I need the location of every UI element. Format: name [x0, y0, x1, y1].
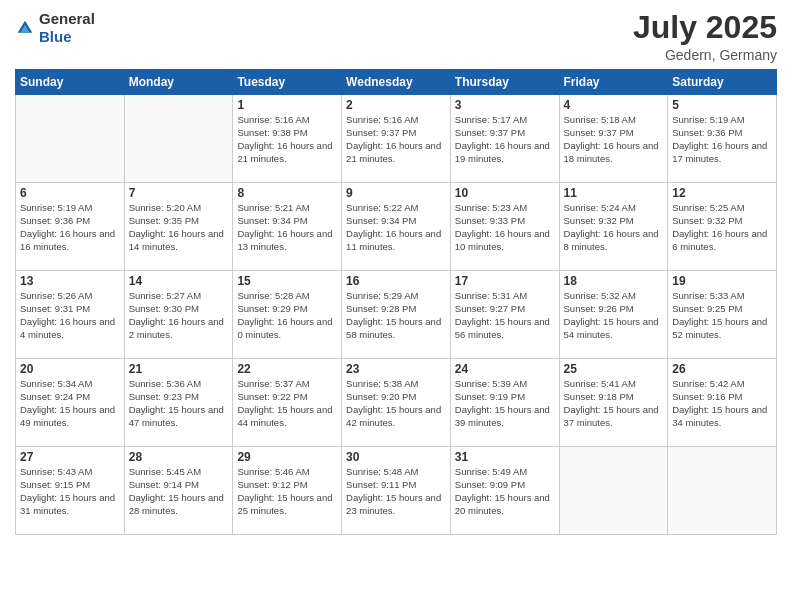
logo-text: General Blue	[39, 10, 95, 46]
day-number: 15	[237, 274, 337, 288]
day-number: 24	[455, 362, 555, 376]
logo-inner: General Blue	[15, 10, 95, 46]
day-number: 28	[129, 450, 229, 464]
table-row	[668, 447, 777, 535]
table-row: 21Sunrise: 5:36 AM Sunset: 9:23 PM Dayli…	[124, 359, 233, 447]
table-row: 14Sunrise: 5:27 AM Sunset: 9:30 PM Dayli…	[124, 271, 233, 359]
table-row	[559, 447, 668, 535]
table-row: 26Sunrise: 5:42 AM Sunset: 9:16 PM Dayli…	[668, 359, 777, 447]
day-detail: Sunrise: 5:42 AM Sunset: 9:16 PM Dayligh…	[672, 378, 772, 429]
day-detail: Sunrise: 5:27 AM Sunset: 9:30 PM Dayligh…	[129, 290, 229, 341]
table-row: 23Sunrise: 5:38 AM Sunset: 9:20 PM Dayli…	[342, 359, 451, 447]
day-number: 30	[346, 450, 446, 464]
table-row: 20Sunrise: 5:34 AM Sunset: 9:24 PM Dayli…	[16, 359, 125, 447]
table-row: 29Sunrise: 5:46 AM Sunset: 9:12 PM Dayli…	[233, 447, 342, 535]
table-row: 4Sunrise: 5:18 AM Sunset: 9:37 PM Daylig…	[559, 95, 668, 183]
day-number: 2	[346, 98, 446, 112]
day-detail: Sunrise: 5:24 AM Sunset: 9:32 PM Dayligh…	[564, 202, 664, 253]
header-sunday: Sunday	[16, 70, 125, 95]
day-number: 18	[564, 274, 664, 288]
day-detail: Sunrise: 5:36 AM Sunset: 9:23 PM Dayligh…	[129, 378, 229, 429]
day-number: 3	[455, 98, 555, 112]
day-number: 8	[237, 186, 337, 200]
day-detail: Sunrise: 5:22 AM Sunset: 9:34 PM Dayligh…	[346, 202, 446, 253]
calendar-table: Sunday Monday Tuesday Wednesday Thursday…	[15, 69, 777, 535]
day-detail: Sunrise: 5:38 AM Sunset: 9:20 PM Dayligh…	[346, 378, 446, 429]
day-detail: Sunrise: 5:34 AM Sunset: 9:24 PM Dayligh…	[20, 378, 120, 429]
day-detail: Sunrise: 5:37 AM Sunset: 9:22 PM Dayligh…	[237, 378, 337, 429]
table-row: 27Sunrise: 5:43 AM Sunset: 9:15 PM Dayli…	[16, 447, 125, 535]
day-detail: Sunrise: 5:16 AM Sunset: 9:37 PM Dayligh…	[346, 114, 446, 165]
day-detail: Sunrise: 5:31 AM Sunset: 9:27 PM Dayligh…	[455, 290, 555, 341]
table-row: 6Sunrise: 5:19 AM Sunset: 9:36 PM Daylig…	[16, 183, 125, 271]
day-number: 23	[346, 362, 446, 376]
table-row: 13Sunrise: 5:26 AM Sunset: 9:31 PM Dayli…	[16, 271, 125, 359]
header: General Blue July 2025 Gedern, Germany	[15, 10, 777, 63]
day-detail: Sunrise: 5:29 AM Sunset: 9:28 PM Dayligh…	[346, 290, 446, 341]
table-row	[16, 95, 125, 183]
day-number: 26	[672, 362, 772, 376]
calendar-week-row: 6Sunrise: 5:19 AM Sunset: 9:36 PM Daylig…	[16, 183, 777, 271]
location: Gedern, Germany	[633, 47, 777, 63]
header-monday: Monday	[124, 70, 233, 95]
day-number: 17	[455, 274, 555, 288]
header-wednesday: Wednesday	[342, 70, 451, 95]
calendar-week-row: 20Sunrise: 5:34 AM Sunset: 9:24 PM Dayli…	[16, 359, 777, 447]
day-detail: Sunrise: 5:19 AM Sunset: 9:36 PM Dayligh…	[672, 114, 772, 165]
day-number: 13	[20, 274, 120, 288]
day-detail: Sunrise: 5:21 AM Sunset: 9:34 PM Dayligh…	[237, 202, 337, 253]
day-detail: Sunrise: 5:43 AM Sunset: 9:15 PM Dayligh…	[20, 466, 120, 517]
logo-general: General	[39, 10, 95, 27]
table-row: 15Sunrise: 5:28 AM Sunset: 9:29 PM Dayli…	[233, 271, 342, 359]
day-number: 19	[672, 274, 772, 288]
month-title: July 2025	[633, 10, 777, 45]
header-thursday: Thursday	[450, 70, 559, 95]
day-number: 4	[564, 98, 664, 112]
calendar-week-row: 1Sunrise: 5:16 AM Sunset: 9:38 PM Daylig…	[16, 95, 777, 183]
table-row: 25Sunrise: 5:41 AM Sunset: 9:18 PM Dayli…	[559, 359, 668, 447]
table-row: 2Sunrise: 5:16 AM Sunset: 9:37 PM Daylig…	[342, 95, 451, 183]
table-row: 31Sunrise: 5:49 AM Sunset: 9:09 PM Dayli…	[450, 447, 559, 535]
header-tuesday: Tuesday	[233, 70, 342, 95]
page: General Blue July 2025 Gedern, Germany S…	[0, 0, 792, 612]
table-row: 16Sunrise: 5:29 AM Sunset: 9:28 PM Dayli…	[342, 271, 451, 359]
table-row: 8Sunrise: 5:21 AM Sunset: 9:34 PM Daylig…	[233, 183, 342, 271]
day-number: 31	[455, 450, 555, 464]
header-saturday: Saturday	[668, 70, 777, 95]
day-number: 14	[129, 274, 229, 288]
day-detail: Sunrise: 5:17 AM Sunset: 9:37 PM Dayligh…	[455, 114, 555, 165]
table-row: 22Sunrise: 5:37 AM Sunset: 9:22 PM Dayli…	[233, 359, 342, 447]
day-detail: Sunrise: 5:19 AM Sunset: 9:36 PM Dayligh…	[20, 202, 120, 253]
day-detail: Sunrise: 5:26 AM Sunset: 9:31 PM Dayligh…	[20, 290, 120, 341]
header-friday: Friday	[559, 70, 668, 95]
day-detail: Sunrise: 5:23 AM Sunset: 9:33 PM Dayligh…	[455, 202, 555, 253]
day-number: 10	[455, 186, 555, 200]
day-number: 11	[564, 186, 664, 200]
day-number: 1	[237, 98, 337, 112]
day-number: 12	[672, 186, 772, 200]
logo-blue: Blue	[39, 28, 72, 45]
day-detail: Sunrise: 5:20 AM Sunset: 9:35 PM Dayligh…	[129, 202, 229, 253]
day-number: 25	[564, 362, 664, 376]
logo-icon	[15, 18, 35, 38]
day-detail: Sunrise: 5:48 AM Sunset: 9:11 PM Dayligh…	[346, 466, 446, 517]
table-row: 5Sunrise: 5:19 AM Sunset: 9:36 PM Daylig…	[668, 95, 777, 183]
day-number: 21	[129, 362, 229, 376]
day-number: 5	[672, 98, 772, 112]
table-row: 28Sunrise: 5:45 AM Sunset: 9:14 PM Dayli…	[124, 447, 233, 535]
day-detail: Sunrise: 5:46 AM Sunset: 9:12 PM Dayligh…	[237, 466, 337, 517]
calendar-week-row: 27Sunrise: 5:43 AM Sunset: 9:15 PM Dayli…	[16, 447, 777, 535]
table-row: 7Sunrise: 5:20 AM Sunset: 9:35 PM Daylig…	[124, 183, 233, 271]
table-row: 11Sunrise: 5:24 AM Sunset: 9:32 PM Dayli…	[559, 183, 668, 271]
day-detail: Sunrise: 5:32 AM Sunset: 9:26 PM Dayligh…	[564, 290, 664, 341]
table-row: 12Sunrise: 5:25 AM Sunset: 9:32 PM Dayli…	[668, 183, 777, 271]
day-detail: Sunrise: 5:41 AM Sunset: 9:18 PM Dayligh…	[564, 378, 664, 429]
day-detail: Sunrise: 5:33 AM Sunset: 9:25 PM Dayligh…	[672, 290, 772, 341]
table-row: 30Sunrise: 5:48 AM Sunset: 9:11 PM Dayli…	[342, 447, 451, 535]
table-row	[124, 95, 233, 183]
day-number: 16	[346, 274, 446, 288]
table-row: 3Sunrise: 5:17 AM Sunset: 9:37 PM Daylig…	[450, 95, 559, 183]
weekday-header-row: Sunday Monday Tuesday Wednesday Thursday…	[16, 70, 777, 95]
table-row: 18Sunrise: 5:32 AM Sunset: 9:26 PM Dayli…	[559, 271, 668, 359]
day-number: 27	[20, 450, 120, 464]
